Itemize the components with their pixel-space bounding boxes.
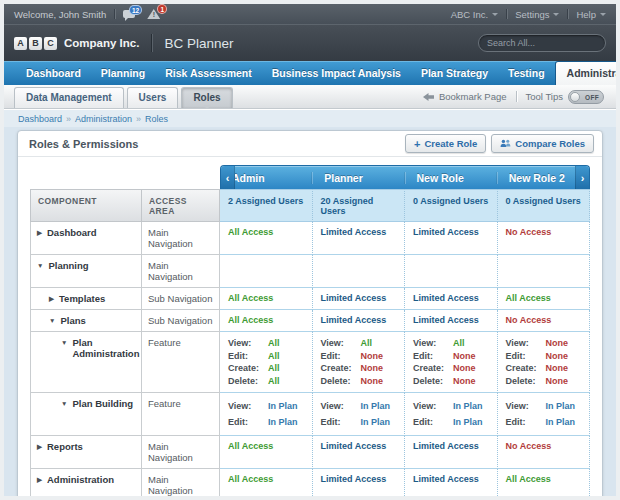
permission-label: Delete:	[413, 375, 453, 388]
nav-item-business-impact-analysis[interactable]: Business Impact Analysis	[262, 62, 411, 85]
access-cell: All Access	[220, 310, 313, 332]
access-cell: Limited Access	[405, 288, 498, 310]
compare-roles-button[interactable]: Compare Roles	[491, 134, 594, 153]
access-cell: View:In PlanEdit:In Plan	[498, 393, 591, 436]
breadcrumb-link-administration[interactable]: Administration	[75, 114, 132, 124]
access-cell: View:AllEdit:NoneCreate:NoneDelete:None	[405, 332, 498, 393]
access-area-cell: Feature	[142, 332, 220, 393]
nav-item-dashboard[interactable]: Dashboard	[16, 62, 91, 85]
expand-down-icon[interactable]: ▼	[61, 400, 67, 407]
permission-label: View:	[413, 337, 453, 350]
access-cell: All Access	[220, 288, 313, 310]
permission-line: View:None	[506, 337, 582, 350]
scroll-right-icon[interactable]: ›	[575, 166, 589, 189]
expand-right-icon[interactable]: ▶	[37, 476, 42, 484]
component-cell-reports[interactable]: ▶Reports	[30, 436, 142, 469]
scroll-left-icon[interactable]: ‹	[221, 166, 235, 189]
access-level-text: All Access	[228, 293, 273, 303]
permission-label: Create:	[321, 362, 361, 375]
nav-item-testing[interactable]: Testing	[498, 62, 555, 85]
alerts-icon[interactable]: ! 1	[147, 9, 160, 19]
component-cell-planning[interactable]: ▼Planning	[30, 255, 142, 288]
expand-right-icon[interactable]: ▶	[37, 229, 42, 237]
bookmark-page-link[interactable]: Bookmark Page	[422, 91, 507, 102]
access-area-cell: Main Navigation	[142, 255, 220, 288]
subtab-data-management[interactable]: Data Management	[14, 87, 124, 108]
permission-label: Edit:	[413, 350, 453, 363]
subnav: Data ManagementUsersRoles Bookmark Page …	[4, 85, 616, 109]
access-cell: View:In PlanEdit:In Plan	[220, 393, 313, 436]
messages-icon[interactable]: 12	[123, 10, 135, 18]
permission-label: Create:	[413, 362, 453, 375]
nav-item-plan-strategy[interactable]: Plan Strategy	[411, 62, 498, 85]
permission-line: Delete:None	[506, 375, 582, 388]
breadcrumb: Dashboard»Administration»Roles	[4, 109, 616, 127]
access-level-text: Limited Access	[413, 293, 479, 303]
subnav-right: Bookmark Page Tool Tips OFF	[422, 90, 604, 104]
breadcrumb-link-dashboard[interactable]: Dashboard	[18, 114, 62, 124]
component-cell-dashboard[interactable]: ▶Dashboard	[30, 222, 142, 255]
access-cell: View:In PlanEdit:In Plan	[405, 393, 498, 436]
access-cell: All Access	[220, 469, 313, 500]
subtab-users[interactable]: Users	[127, 87, 179, 108]
alerts-count-badge: 1	[157, 4, 167, 14]
nav-item-administration[interactable]: Administration	[555, 61, 620, 85]
expand-down-icon[interactable]: ▼	[37, 262, 43, 269]
permission-line: View:All	[228, 337, 304, 350]
access-level-text: All Access	[506, 293, 551, 303]
tooltips-control: Tool Tips OFF	[526, 90, 605, 104]
create-role-button[interactable]: + Create Role	[405, 134, 486, 153]
permission-label: Delete:	[228, 375, 268, 388]
access-area-column-header: ACCESS AREA	[142, 189, 220, 222]
access-level-text: Limited Access	[321, 227, 387, 237]
permission-label: View:	[321, 337, 361, 350]
breadcrumb-link-roles[interactable]: Roles	[145, 114, 168, 124]
component-cell-templates[interactable]: ▶Templates	[30, 288, 142, 310]
access-level-text: Limited Access	[413, 441, 479, 451]
toggle-state: OFF	[585, 93, 599, 100]
expand-down-icon[interactable]: ▼	[61, 339, 67, 346]
access-level-text: All Access	[228, 227, 273, 237]
main-nav: DashboardPlanningRisk AssessmentBusiness…	[4, 61, 616, 85]
expand-right-icon[interactable]: ▶	[49, 295, 54, 303]
topbar-menu-divider	[506, 9, 507, 19]
permission-label: View:	[506, 337, 546, 350]
component-column-header: COMPONENT	[30, 189, 142, 222]
access-area-cell: Main Navigation	[142, 469, 220, 500]
permission-line: View:All	[321, 337, 397, 350]
component-cell-plan-administration[interactable]: ▼Plan Administration	[30, 332, 142, 393]
tooltips-toggle[interactable]: OFF	[568, 90, 604, 104]
subtab-roles[interactable]: Roles	[181, 87, 232, 108]
permission-line: View:In Plan	[321, 398, 397, 414]
messages-count-badge: 12	[129, 5, 142, 15]
search-box	[478, 34, 606, 52]
permission-value: None	[453, 375, 489, 388]
permission-line: Edit:All	[228, 350, 304, 363]
topbar-menu-help[interactable]: Help	[576, 9, 606, 20]
expand-down-icon[interactable]: ▼	[49, 317, 55, 324]
access-level-text: No Access	[506, 227, 552, 237]
access-level-text: Limited Access	[413, 474, 479, 484]
component-cell-plans[interactable]: ▼Plans	[30, 310, 142, 332]
access-cell: Limited Access	[313, 310, 406, 332]
nav-item-risk-assessment[interactable]: Risk Assessment	[155, 62, 262, 85]
component-cell-administration[interactable]: ▶Administration	[30, 469, 142, 500]
permission-value: All	[268, 350, 304, 363]
permission-label: Edit:	[413, 414, 453, 430]
breadcrumb-separator: »	[136, 114, 141, 124]
search-input[interactable]	[479, 38, 606, 48]
permission-label: Edit:	[321, 414, 361, 430]
roles-permissions-panel: Roles & Permissions + Create Role Compar…	[17, 130, 603, 500]
access-area-cell: Sub Navigation	[142, 288, 220, 310]
access-cell: All Access	[220, 436, 313, 469]
component-cell-plan-building[interactable]: ▼Plan Building	[30, 393, 142, 436]
expand-right-icon[interactable]: ▶	[37, 443, 42, 451]
permission-label: View:	[321, 398, 361, 414]
rolebar-spacer	[30, 165, 220, 189]
topbar-menu-abc-inc[interactable]: ABC Inc.	[451, 9, 499, 20]
permission-value: None	[361, 362, 397, 375]
nav-item-planning[interactable]: Planning	[91, 62, 155, 85]
chevron-down-icon	[492, 13, 498, 19]
permission-value: In Plan	[546, 414, 582, 430]
topbar-menu-settings[interactable]: Settings	[515, 9, 559, 20]
